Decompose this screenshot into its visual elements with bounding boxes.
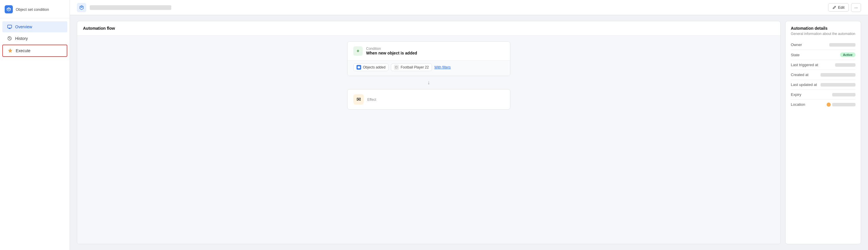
football-player-label: Football Player 22 [401,65,429,69]
location-dot-icon [827,102,831,107]
condition-plus-icon: + [353,46,363,56]
objects-added-tag[interactable]: Objects added [353,64,389,71]
condition-text: Condition When new object is added [366,46,417,55]
top-bar-actions: Edit ··· [828,3,861,12]
details-row-last-triggered: Last triggered at [791,60,856,70]
app-logo-icon [5,5,13,13]
monitor-icon [7,24,12,29]
sidebar-title: Object set condition [16,7,49,12]
edit-button[interactable]: Edit [828,3,849,12]
details-subtitle: General information about the automation [791,32,856,36]
sidebar-item-execute[interactable]: Execute [2,44,67,57]
history-icon [7,36,12,41]
main-content: Edit ··· Automation flow + Condition Whe… [70,0,868,250]
details-value-last-updated [820,83,856,87]
flow-arrow: ↓ [428,76,430,89]
effect-block: ✉ Effect [347,89,510,110]
sidebar-item-overview-label: Overview [15,25,32,29]
details-key-created: Created at [791,72,809,77]
details-title: Automation details [791,26,856,31]
top-bar: Edit ··· [70,0,868,15]
table-icon [394,65,399,70]
football-player-tag[interactable]: Football Player 22 [391,64,432,71]
more-button[interactable]: ··· [851,3,861,12]
details-key-state: State [791,53,800,57]
nav-menu: Overview History Execute [0,18,70,60]
execute-icon [7,48,13,53]
details-row-created: Created at [791,70,856,80]
details-row-expiry: Expiry [791,90,856,100]
sidebar-item-history-label: History [15,36,28,41]
condition-label: Condition [366,46,417,51]
edit-icon [833,5,836,9]
condition-block: + Condition When new object is added [347,41,510,76]
condition-value: When new object is added [366,51,417,55]
content-body: Automation flow + Condition When new obj… [70,15,868,250]
details-key-owner: Owner [791,42,802,47]
top-bar-app-icon [77,3,86,12]
flow-content: + Condition When new object is added [77,36,780,244]
sidebar-item-execute-label: Execute [16,49,31,53]
top-bar-left [77,3,171,12]
effect-mail-icon: ✉ [353,94,364,104]
svg-rect-2 [395,66,398,68]
state-badge: Active [840,53,856,57]
details-value-expiry [832,93,856,96]
details-value-location [827,103,856,106]
effect-header: ✉ Effect [347,89,510,109]
details-value-created [820,73,856,76]
sidebar: Object set condition Overview [0,0,70,250]
with-filters-link[interactable]: With filters [434,65,451,69]
effect-label: Effect [367,98,376,102]
flow-panel-header: Automation flow [77,21,780,36]
condition-tags: Objects added Football Player 22 [347,60,510,76]
objects-added-icon [356,65,361,70]
objects-added-label: Objects added [363,65,385,69]
flow-panel: Automation flow + Condition When new obj… [77,21,781,244]
details-value-last-triggered [835,63,856,67]
condition-header: + Condition When new object is added [347,42,510,60]
details-row-last-updated: Last updated at [791,80,856,90]
sidebar-item-history[interactable]: History [2,33,67,44]
effect-text: Effect [367,97,376,102]
location-text-value [832,103,856,106]
details-panel: Automation details General information a… [785,21,861,244]
top-bar-title [90,5,171,10]
details-row-state: State Active [791,50,856,60]
details-key-last-updated: Last updated at [791,83,817,87]
details-row-location: Location [791,100,856,109]
details-key-location: Location [791,102,805,107]
svg-rect-0 [7,25,12,28]
sidebar-item-overview[interactable]: Overview [2,21,67,32]
details-key-expiry: Expiry [791,92,801,97]
details-row-owner: Owner [791,40,856,50]
sidebar-header: Object set condition [0,2,70,18]
details-key-last-triggered: Last triggered at [791,63,818,67]
details-value-owner [829,43,856,46]
